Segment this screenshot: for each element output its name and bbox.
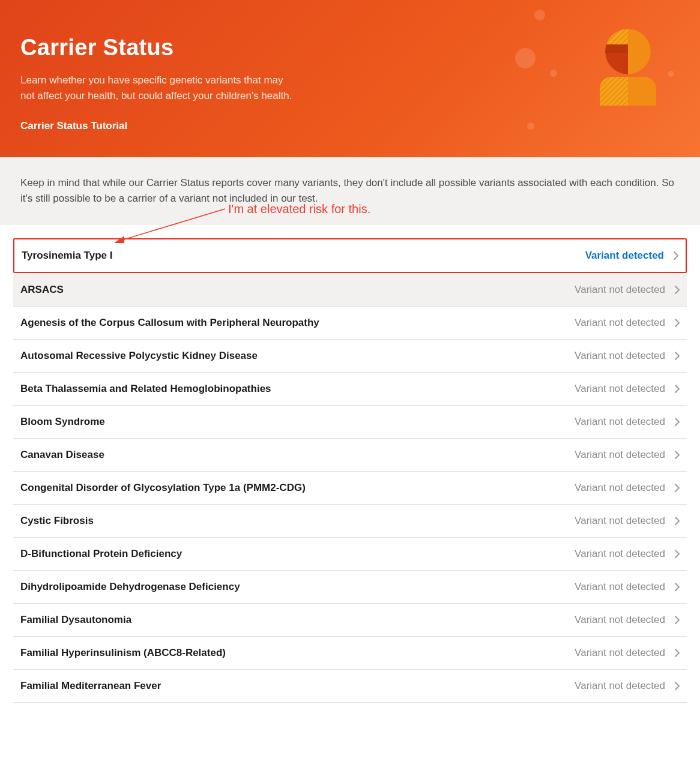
condition-row[interactable]: Canavan DiseaseVariant not detected <box>13 439 687 472</box>
condition-row[interactable]: Familial DysautonomiaVariant not detecte… <box>13 604 687 637</box>
chevron-right-icon <box>675 352 680 360</box>
chevron-right-icon <box>675 484 680 492</box>
decorative-dot <box>527 122 534 130</box>
condition-name: Congenital Disorder of Glycosylation Typ… <box>20 482 306 494</box>
condition-row[interactable]: Familial Hyperinsulinism (ABCC8-Related)… <box>13 637 687 670</box>
condition-status-group: Variant detected <box>585 250 678 262</box>
condition-status-group: Variant not detected <box>575 548 680 560</box>
condition-list: Tyrosinemia Type IVariant detectedARSACS… <box>0 225 700 703</box>
condition-row[interactable]: ARSACSVariant not detected <box>13 274 687 307</box>
condition-name: Tyrosinemia Type I <box>22 250 112 262</box>
annotation-text: I'm at elevated risk for this. <box>228 202 370 216</box>
decorative-dot <box>534 10 545 20</box>
hero-banner: Carrier Status Learn whether you have sp… <box>0 0 700 157</box>
condition-status: Variant not detected <box>575 350 665 362</box>
chevron-right-icon <box>675 286 680 294</box>
decorative-dot <box>550 70 557 77</box>
chevron-right-icon <box>675 517 680 525</box>
condition-name: D-Bifunctional Protein Deficiency <box>20 548 182 560</box>
svg-rect-2 <box>605 44 628 53</box>
chevron-right-icon <box>675 385 680 393</box>
condition-status-group: Variant not detected <box>575 383 680 395</box>
condition-status-group: Variant not detected <box>575 482 680 494</box>
condition-name: ARSACS <box>20 284 64 296</box>
chevron-right-icon <box>675 550 680 558</box>
condition-status: Variant not detected <box>575 383 665 395</box>
condition-row[interactable]: Bloom SyndromeVariant not detected <box>13 406 687 439</box>
chevron-right-icon <box>675 451 680 459</box>
condition-status-group: Variant not detected <box>575 449 680 461</box>
condition-name: Autosomal Recessive Polycystic Kidney Di… <box>20 350 258 362</box>
condition-status-group: Variant not detected <box>575 350 680 362</box>
condition-row[interactable]: Agenesis of the Corpus Callosum with Per… <box>13 307 687 340</box>
condition-name: Familial Hyperinsulinism (ABCC8-Related) <box>20 647 226 659</box>
condition-status-group: Variant not detected <box>575 284 680 296</box>
decorative-dot <box>515 48 536 68</box>
page-subtitle: Learn whether you have specific genetic … <box>20 73 297 103</box>
avatar-icon <box>563 29 671 131</box>
chevron-right-icon <box>675 319 680 327</box>
condition-status-group: Variant not detected <box>575 680 680 692</box>
condition-status: Variant not detected <box>575 581 665 593</box>
condition-status: Variant not detected <box>575 548 665 560</box>
condition-status-group: Variant not detected <box>575 515 680 527</box>
tutorial-link[interactable]: Carrier Status Tutorial <box>20 120 127 131</box>
condition-name: Bloom Syndrome <box>20 416 105 428</box>
condition-status: Variant not detected <box>575 482 665 494</box>
condition-status-group: Variant not detected <box>575 317 680 329</box>
condition-status-group: Variant not detected <box>575 647 680 659</box>
condition-status: Variant not detected <box>575 515 665 527</box>
chevron-right-icon <box>675 418 680 426</box>
condition-status-group: Variant not detected <box>575 416 680 428</box>
condition-status: Variant detected <box>585 250 664 262</box>
condition-status: Variant not detected <box>575 680 665 692</box>
condition-row[interactable]: Tyrosinemia Type IVariant detected <box>13 238 687 273</box>
condition-row[interactable]: Dihydrolipoamide Dehydrogenase Deficienc… <box>13 571 687 604</box>
condition-status: Variant not detected <box>575 416 665 428</box>
condition-name: Canavan Disease <box>20 449 104 461</box>
condition-name: Dihydrolipoamide Dehydrogenase Deficienc… <box>20 581 240 593</box>
condition-status-group: Variant not detected <box>575 581 680 593</box>
condition-name: Familial Dysautonomia <box>20 614 131 626</box>
condition-status-group: Variant not detected <box>575 614 680 626</box>
condition-row[interactable]: Beta Thalassemia and Related Hemoglobino… <box>13 373 687 406</box>
condition-status: Variant not detected <box>575 647 665 659</box>
condition-status: Variant not detected <box>575 284 665 296</box>
condition-name: Beta Thalassemia and Related Hemoglobino… <box>20 383 271 395</box>
chevron-right-icon <box>675 616 680 624</box>
condition-name: Familial Mediterranean Fever <box>20 680 161 692</box>
hero-illustration <box>563 29 671 131</box>
condition-row[interactable]: Congenital Disorder of Glycosylation Typ… <box>13 472 687 505</box>
chevron-right-icon <box>675 583 680 591</box>
chevron-right-icon <box>675 649 680 657</box>
chevron-right-icon <box>674 251 678 260</box>
condition-status: Variant not detected <box>575 614 665 626</box>
condition-status: Variant not detected <box>575 317 665 329</box>
condition-name: Agenesis of the Corpus Callosum with Per… <box>20 317 319 329</box>
condition-row[interactable]: D-Bifunctional Protein DeficiencyVariant… <box>13 538 687 571</box>
chevron-right-icon <box>675 682 680 690</box>
condition-row[interactable]: Familial Mediterranean FeverVariant not … <box>13 670 687 703</box>
condition-row[interactable]: Autosomal Recessive Polycystic Kidney Di… <box>13 340 687 373</box>
condition-row[interactable]: Cystic FibrosisVariant not detected <box>13 505 687 538</box>
condition-status: Variant not detected <box>575 449 665 461</box>
condition-name: Cystic Fibrosis <box>20 515 94 527</box>
